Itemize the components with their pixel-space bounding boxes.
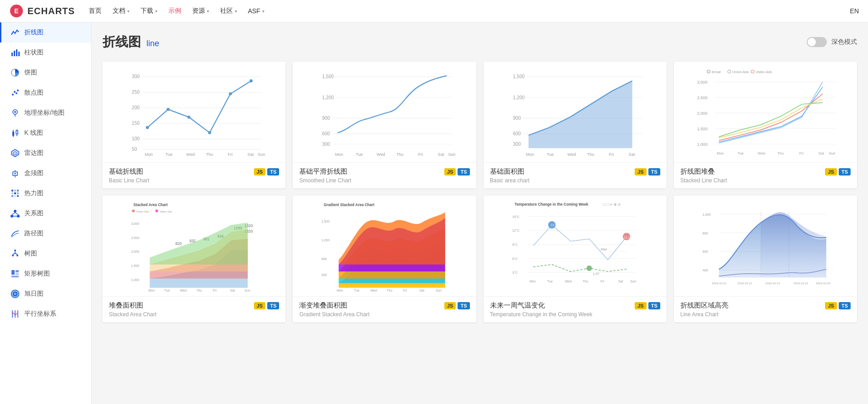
dark-mode-toggle[interactable]: 深色模式 — [807, 37, 857, 47]
svg-text:1,500: 1,500 — [322, 220, 330, 223]
sidebar-item-tree[interactable]: 树图 — [0, 244, 91, 264]
svg-text:Wed: Wed — [377, 152, 385, 157]
nav-item-download[interactable]: 下载 ▾ — [140, 5, 157, 17]
nav-item-resources[interactable]: 资源 ▾ — [192, 5, 209, 17]
badge-js-basic-line[interactable]: JS — [254, 168, 265, 175]
sidebar-label-tree: 树图 — [24, 250, 37, 258]
badge-js-stacked-line[interactable]: JS — [825, 168, 836, 175]
map-icon — [11, 108, 20, 117]
badge-js-stacked-area[interactable]: JS — [254, 302, 265, 309]
badge-js-gradient-area[interactable]: JS — [444, 302, 456, 309]
nav-item-community[interactable]: 社区 ▾ — [220, 5, 237, 17]
sidebar-item-bar[interactable]: 柱状图 — [0, 43, 91, 63]
badge-ts-stacked-line[interactable]: TS — [839, 168, 851, 175]
svg-rect-25 — [11, 190, 13, 191]
chart-title-en-area-highlight: Line Area Chart — [680, 311, 851, 318]
svg-text:3,000: 3,000 — [697, 80, 707, 85]
svg-text:1,500: 1,500 — [513, 74, 525, 79]
svg-text:Video Ads: Video Ads — [755, 70, 772, 74]
svg-rect-2 — [11, 53, 13, 56]
nav-item-asf[interactable]: ASF ▾ — [248, 5, 264, 16]
svg-text:Wed: Wed — [758, 151, 765, 155]
badge-ts-smoothed[interactable]: TS — [458, 168, 469, 175]
dark-mode-switch[interactable] — [807, 37, 827, 47]
svg-point-72 — [229, 92, 232, 96]
chart-card-area[interactable]: 1,500 1,200 900 600 300 Mon Tue Wed Thu — [484, 62, 667, 188]
svg-point-34 — [14, 210, 16, 213]
svg-text:600: 600 — [322, 131, 330, 136]
chart-card-temp-week[interactable]: Temperature Change in the Coming Week □ … — [484, 196, 667, 322]
svg-text:Thu: Thu — [587, 152, 594, 157]
sidebar: 折线图 柱状图 饼图 散点图 地理坐标/地图 — [0, 22, 92, 404]
svg-point-68 — [146, 126, 149, 129]
nav-item-docs[interactable]: 文档 ▾ — [113, 5, 129, 17]
chart-card-smoothed[interactable]: 1,500 1,200 900 600 300 Mon Tue Wed Thu — [293, 62, 476, 188]
svg-text:3°C: 3°C — [512, 271, 518, 275]
svg-text:600: 600 — [513, 131, 521, 136]
svg-point-52 — [15, 293, 16, 295]
svg-text:800: 800 — [702, 232, 708, 235]
chart-card-stacked-area[interactable]: Stacked Area Chart Union Ads Video Ads 3… — [102, 196, 286, 322]
badge-js-smoothed[interactable]: JS — [444, 168, 456, 175]
badge-js-temp-week[interactable]: JS — [635, 302, 646, 309]
svg-text:Union Ads: Union Ads — [136, 210, 149, 213]
sidebar-item-heatmap[interactable]: 热力图 — [0, 183, 91, 203]
badge-ts-area[interactable]: TS — [648, 168, 660, 175]
sidebar-label-map: 地理坐标/地图 — [24, 109, 65, 117]
chart-title-en-gradient-area: Gradient Stacked Area Chart — [299, 311, 469, 318]
sidebar-item-parallel[interactable]: 平行坐标系 — [0, 304, 91, 324]
badge-ts-area-highlight[interactable]: TS — [839, 302, 851, 309]
badge-ts-gradient-area[interactable]: TS — [458, 302, 469, 309]
svg-text:Tue: Tue — [166, 152, 173, 157]
svg-text:Sat: Sat — [618, 280, 623, 283]
chart-card-area-highlight[interactable]: 1,000 800 600 400 — [674, 196, 857, 322]
svg-text:□ □ ∞ ⊕ ⊙: □ □ ∞ ⊕ ⊙ — [603, 202, 621, 207]
badge-ts-basic-line[interactable]: TS — [267, 168, 279, 175]
sidebar-item-sunburst[interactable]: 旭日图 — [0, 284, 91, 304]
svg-text:Tue: Tue — [354, 289, 360, 292]
svg-text:Sun: Sun — [630, 280, 636, 283]
sidebar-item-treemap[interactable]: 矩形树图 — [0, 264, 91, 284]
svg-rect-27 — [17, 190, 19, 191]
sidebar-item-radar[interactable]: 雷达图 — [0, 143, 91, 163]
svg-point-44 — [12, 255, 14, 256]
badge-ts-stacked-area[interactable]: TS — [267, 302, 279, 309]
svg-rect-3 — [14, 51, 15, 56]
svg-text:6°C: 6°C — [512, 257, 518, 261]
svg-text:1,500: 1,500 — [322, 74, 334, 79]
nav-item-home[interactable]: 首页 — [89, 5, 102, 17]
sidebar-item-lines[interactable]: 路径图 — [0, 223, 91, 244]
svg-text:300: 300 — [322, 273, 327, 277]
sidebar-item-candlestick[interactable]: K 线图 — [0, 123, 91, 143]
nav-item-examples[interactable]: 示例 — [168, 5, 181, 17]
svg-text:Thu: Thu — [582, 280, 588, 283]
gradient-area-svg: Gradient Stacked Area Chart 1,500 1,200 … — [297, 199, 472, 292]
sidebar-item-scatter[interactable]: 散点图 — [0, 83, 91, 103]
badge-js-area[interactable]: JS — [635, 168, 646, 175]
svg-text:Wed: Wed — [567, 152, 576, 157]
logo[interactable]: E ECHARTS — [9, 4, 75, 18]
chart-title-en-stacked-line: Stacked Line Chart — [680, 177, 851, 184]
svg-text:200: 200 — [132, 105, 140, 110]
badge-ts-temp-week[interactable]: TS — [648, 302, 660, 309]
top-navigation: E ECHARTS 首页 文档 ▾ 下载 ▾ 示例 资源 ▾ 社区 ▾ ASF … — [0, 0, 868, 22]
sidebar-item-map[interactable]: 地理坐标/地图 — [0, 103, 91, 123]
sidebar-item-line[interactable]: 折线图 — [0, 22, 91, 43]
chart-preview-temp-week: Temperature Change in the Coming Week □ … — [484, 196, 667, 296]
nav-lang[interactable]: EN — [850, 7, 859, 15]
svg-text:Fri: Fri — [213, 289, 217, 292]
svg-point-115 — [728, 70, 731, 73]
chart-title-zh-area: 基础面积图 JS TS — [490, 167, 660, 176]
chart-card-gradient-area[interactable]: Gradient Stacked Area Chart 1,500 1,200 … — [293, 196, 476, 322]
chart-card-stacked-line[interactable]: Email Union Ads Video Ads 3,000 2,500 2,… — [674, 62, 857, 188]
sidebar-item-pie[interactable]: 饼图 — [0, 63, 91, 83]
sidebar-item-graph[interactable]: 关系图 — [0, 203, 91, 223]
svg-text:Tue: Tue — [356, 152, 363, 157]
chart-badges-area-highlight: JS TS — [825, 302, 851, 309]
svg-text:Tue: Tue — [547, 280, 552, 283]
chart-title-zh-gradient-area: 渐变堆叠面积图 JS TS — [299, 301, 469, 310]
chart-card-basic-line[interactable]: 300 250 200 150 100 50 — [102, 62, 286, 188]
svg-text:Fri: Fri — [799, 151, 803, 155]
badge-js-area-highlight[interactable]: JS — [825, 302, 836, 309]
sidebar-item-boxplot[interactable]: 盒须图 — [0, 163, 91, 183]
